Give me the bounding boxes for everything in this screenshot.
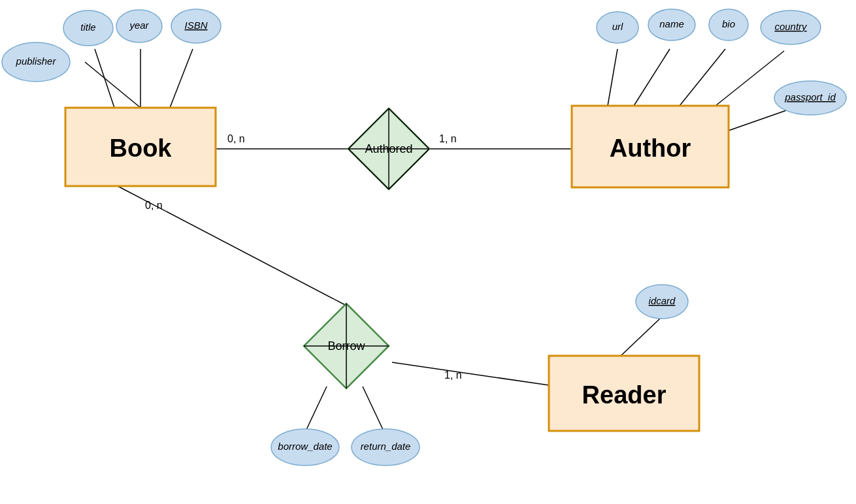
attr-passport-label: passport_id: [784, 91, 836, 102]
attr-country-label: country: [774, 21, 808, 32]
line-borrow-reader: [392, 362, 549, 385]
attr-title-label: title: [80, 22, 95, 33]
book-label: Book: [110, 134, 173, 162]
cardinality-borrow-book: 0, n: [145, 200, 163, 211]
cardinality-borrow-reader: 1, n: [444, 370, 462, 381]
cardinality-authored-author: 1, n: [439, 133, 457, 144]
attr-url-label: url: [612, 21, 623, 32]
reader-label: Reader: [582, 381, 667, 409]
line-author-url: [608, 49, 617, 106]
line-author-bio: [680, 49, 725, 106]
line-author-passport: [729, 108, 794, 131]
borrow-label: Borrow: [327, 339, 365, 353]
attr-publisher-label: publisher: [16, 55, 57, 67]
line-reader-idcard: [621, 319, 660, 356]
line-borrow-date: [306, 386, 327, 431]
attr-return-date-label: return_date: [361, 441, 411, 452]
attr-borrow-date-label: borrow_date: [278, 441, 332, 452]
attr-bio-label: bio: [722, 18, 735, 29]
attr-idcard-label: idcard: [649, 295, 676, 306]
line-book-title: [95, 49, 114, 108]
line-author-name: [634, 49, 670, 106]
line-book-publisher: [85, 62, 140, 108]
author-label: Author: [610, 134, 691, 162]
line-return-date: [363, 386, 384, 431]
cardinality-authored-book: 0, n: [227, 133, 245, 144]
attr-name-label: name: [659, 18, 684, 29]
attr-isbn-label: ISBN: [184, 20, 207, 31]
attr-year-label: year: [129, 20, 149, 31]
line-book-isbn: [170, 49, 193, 108]
authored-label: Authored: [365, 142, 412, 155]
line-author-country: [716, 51, 784, 106]
